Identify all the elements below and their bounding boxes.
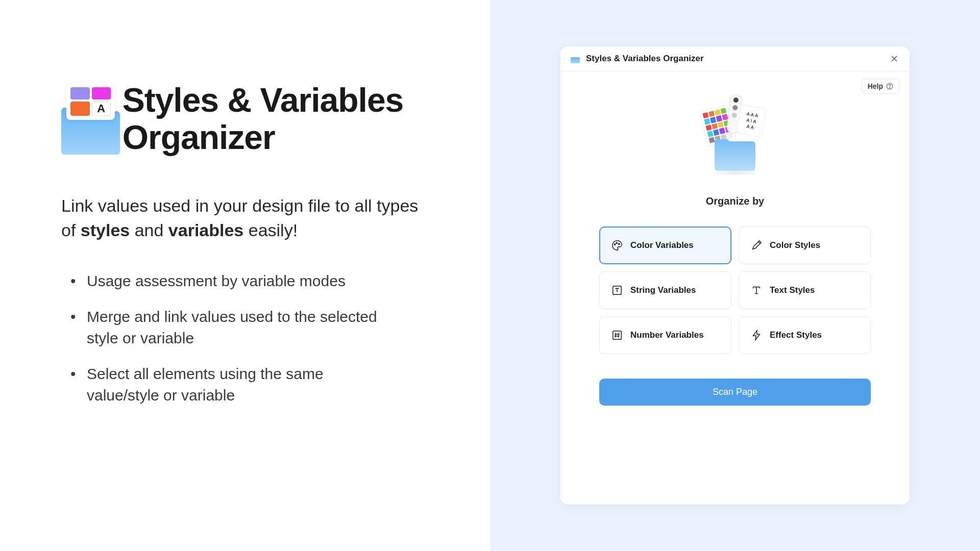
help-label: Help: [868, 82, 883, 90]
organize-by-label: Organize by: [571, 195, 899, 207]
option-text-styles[interactable]: Text Styles: [739, 271, 871, 309]
eyedropper-icon: [750, 239, 763, 252]
option-label: Color Styles: [770, 240, 820, 251]
description: Link values used in your design file to …: [61, 194, 429, 242]
svg-point-2: [614, 244, 615, 245]
option-label: Number Variables: [630, 330, 704, 340]
desc-part2: and: [130, 220, 168, 240]
svg-point-1: [889, 87, 890, 88]
svg-point-4: [618, 243, 619, 244]
marketing-left-panel: A Styles & Variables Organizer Link valu…: [0, 0, 490, 551]
option-label: Color Variables: [630, 240, 694, 251]
preview-right-panel: Styles & Variables Organizer Help: [490, 0, 980, 551]
app-folder-icon: A: [61, 83, 102, 155]
modal-header: Styles & Variables Organizer: [560, 46, 910, 71]
hero-illustration: A A A A \ A A A: [697, 92, 773, 176]
hash-box-icon: [611, 329, 623, 341]
help-button[interactable]: Help: [862, 79, 899, 94]
option-label: Text Styles: [770, 285, 815, 295]
svg-point-3: [616, 242, 617, 243]
close-icon: [890, 55, 898, 63]
option-effect-styles[interactable]: Effect Styles: [739, 316, 871, 354]
plugin-modal: Styles & Variables Organizer Help: [560, 46, 910, 505]
close-button[interactable]: [889, 54, 899, 64]
option-label: String Variables: [630, 285, 696, 295]
svg-rect-6: [613, 331, 622, 340]
feature-item: Usage assessment by variable modes: [87, 270, 429, 292]
desc-bold1: styles: [81, 220, 130, 240]
modal-title: Styles & Variables Organizer: [586, 54, 883, 64]
features-list: Usage assessment by variable modes Merge…: [61, 270, 429, 406]
text-box-icon: [611, 284, 623, 296]
modal-body: Help: [560, 71, 910, 505]
desc-part3: easily!: [243, 220, 298, 240]
option-number-variables[interactable]: Number Variables: [599, 316, 731, 354]
text-t-icon: [750, 284, 763, 296]
option-grid: Color Variables Color Styles String Vari…: [571, 227, 899, 354]
swatch-letter: A: [92, 102, 111, 116]
modal-header-icon: [571, 54, 580, 63]
scan-page-button[interactable]: Scan Page: [599, 379, 871, 406]
option-string-variables[interactable]: String Variables: [599, 271, 731, 309]
feature-item: Merge and link values used to the select…: [87, 306, 429, 349]
option-color-variables[interactable]: Color Variables: [599, 227, 731, 264]
desc-bold2: variables: [168, 220, 243, 240]
help-icon: [886, 83, 893, 90]
main-title: Styles & Variables Organizer: [122, 82, 429, 156]
option-label: Effect Styles: [770, 330, 822, 340]
header-section: A Styles & Variables Organizer: [61, 82, 429, 156]
palette-icon: [611, 239, 623, 252]
lightning-icon: [750, 329, 763, 341]
option-color-styles[interactable]: Color Styles: [739, 227, 871, 264]
feature-item: Select all elements using the same value…: [87, 363, 429, 406]
